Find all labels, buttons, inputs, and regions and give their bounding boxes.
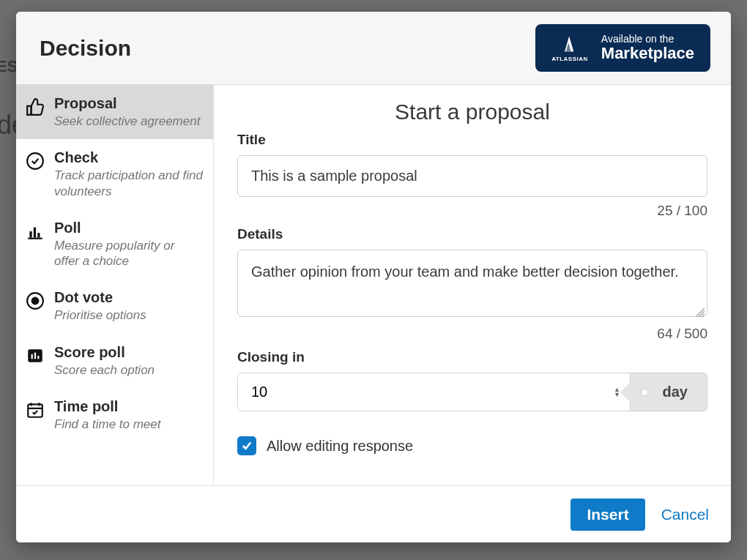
svg-point-0	[27, 153, 43, 169]
sidebar-item-score-poll[interactable]: Score poll Score each option	[16, 334, 213, 388]
form-heading: Start a proposal	[237, 100, 707, 124]
sidebar-item-label: Dot vote	[54, 289, 203, 306]
calendar-check-icon	[25, 400, 45, 420]
modal-body: Proposal Seek collective agreement Check…	[16, 85, 731, 485]
sidebar-item-desc: Prioritise options	[54, 307, 203, 323]
svg-rect-11	[28, 404, 42, 417]
allow-editing-label: Allow editing response	[267, 438, 413, 455]
marketplace-line2: Marketplace	[601, 45, 694, 62]
closing-label: Closing in	[237, 349, 707, 365]
check-icon	[240, 439, 253, 452]
svg-rect-9	[34, 352, 36, 359]
atlassian-logo-icon: ATLASSIAN	[551, 34, 588, 62]
cancel-button[interactable]: Cancel	[661, 506, 709, 523]
svg-rect-2	[29, 231, 31, 238]
title-counter: 25 / 100	[237, 203, 707, 219]
sidebar-item-poll[interactable]: Poll Measure popularity or offer a choic…	[16, 209, 213, 280]
svg-rect-10	[37, 356, 39, 359]
svg-rect-4	[37, 233, 40, 238]
allow-editing-checkbox[interactable]	[237, 436, 256, 455]
bar-chart-icon	[25, 221, 45, 242]
marketplace-text: Available on the Marketplace	[601, 33, 694, 62]
background-cropped-text-1: ES	[0, 57, 18, 76]
sidebar-item-label: Poll	[54, 220, 203, 236]
sidebar-item-label: Proposal	[54, 95, 203, 112]
thumbs-up-icon	[25, 97, 45, 117]
decision-type-sidebar: Proposal Seek collective agreement Check…	[16, 85, 214, 485]
sidebar-item-time-poll[interactable]: Time poll Find a time to meet	[16, 388, 213, 442]
sidebar-item-desc: Score each option	[54, 362, 203, 378]
sidebar-item-label: Check	[54, 149, 203, 166]
proposal-form: Start a proposal Title 25 / 100 Details …	[214, 85, 731, 485]
sidebar-item-dot-vote[interactable]: Dot vote Prioritise options	[16, 279, 213, 333]
tag-hole-icon	[641, 389, 648, 396]
svg-rect-3	[34, 227, 36, 237]
closing-unit-label: day	[663, 384, 688, 400]
sidebar-item-check[interactable]: Check Track participation and find volun…	[16, 139, 213, 209]
sidebar-item-label: Score poll	[54, 344, 203, 361]
details-counter: 64 / 500	[237, 326, 707, 342]
marketplace-badge[interactable]: ATLASSIAN Available on the Marketplace	[535, 24, 710, 71]
modal-title: Decision	[40, 36, 131, 61]
modal-header: Decision ATLASSIAN Available on the Mark…	[16, 12, 731, 85]
sidebar-item-label: Time poll	[54, 398, 203, 415]
dot-circle-icon	[25, 291, 45, 311]
modal-footer: Insert Cancel	[16, 485, 731, 542]
svg-rect-1	[28, 237, 42, 239]
marketplace-line1: Available on the	[601, 33, 694, 45]
decision-modal: Decision ATLASSIAN Available on the Mark…	[16, 12, 731, 542]
sidebar-item-proposal[interactable]: Proposal Seek collective agreement	[16, 85, 213, 139]
details-textarea[interactable]	[237, 250, 707, 317]
title-label: Title	[237, 132, 707, 148]
score-icon	[25, 346, 45, 366]
sidebar-item-desc: Track participation and find volunteers	[54, 168, 203, 199]
closing-unit-tag[interactable]: day	[631, 373, 707, 411]
sidebar-item-desc: Measure popularity or offer a choice	[54, 238, 203, 269]
sidebar-item-desc: Find a time to meet	[54, 417, 203, 432]
svg-point-6	[32, 298, 39, 305]
title-input[interactable]	[237, 155, 707, 197]
check-circle-icon	[25, 151, 45, 171]
sidebar-item-desc: Seek collective agreement	[54, 113, 203, 129]
details-label: Details	[237, 226, 707, 242]
insert-button[interactable]: Insert	[571, 499, 644, 531]
closing-number-input[interactable]	[238, 373, 630, 411]
svg-rect-8	[31, 354, 33, 359]
